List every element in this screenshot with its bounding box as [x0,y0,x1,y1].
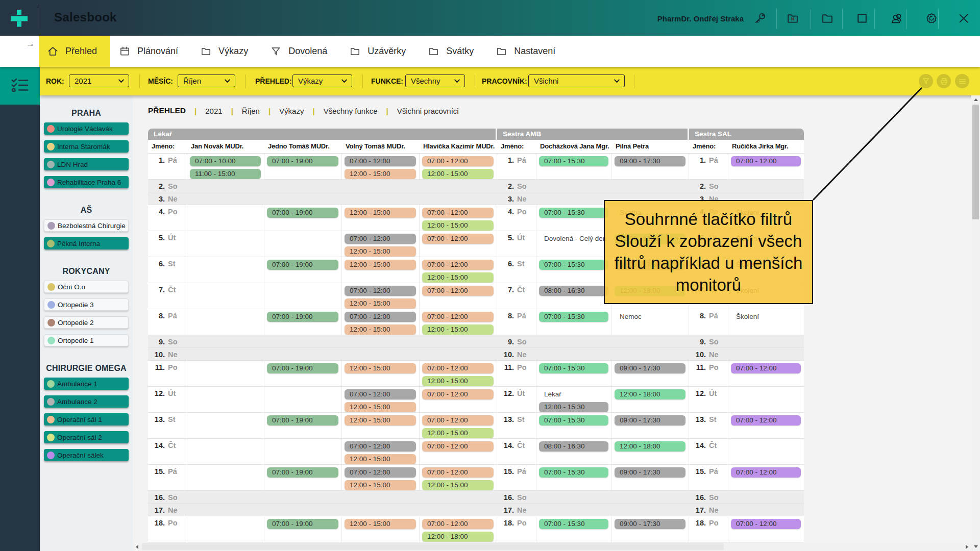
schedule-cell[interactable]: 07:00 - 15:30 [536,361,612,386]
sidebar-expand-arrow-icon[interactable]: → [26,39,35,49]
schedule-cell[interactable] [187,465,264,490]
sidebar-item[interactable]: Interna Staromák [44,140,129,153]
shift-pill[interactable]: 07:00 - 15:30 [539,208,608,218]
scroll-down-arrow-icon[interactable] [971,542,980,551]
vertical-scroll-thumb[interactable] [972,105,979,219]
schedule-cell[interactable] [264,180,342,192]
schedule-cell[interactable]: 07:00 - 12:0012:00 - 15:00 [420,413,497,438]
shift-pill[interactable]: 07:00 - 15:30 [539,519,608,529]
shift-pill[interactable]: 07:00 - 12:00 [731,467,801,478]
shift-pill[interactable]: 12:00 - 15:00 [345,480,416,490]
shift-pill[interactable]: 12:00 - 15:00 [422,220,494,231]
shift-pill[interactable]: 07:00 - 12:00 [345,286,416,296]
schedule-cell[interactable] [728,335,804,347]
shift-pill[interactable]: 12:00 - 18:00 [615,441,685,452]
shift-pill[interactable]: 07:00 - 15:30 [539,363,608,373]
schedule-cell[interactable] [536,348,612,360]
schedule-cell[interactable]: 07:00 - 19:00 [264,257,342,283]
breadcrumb-item[interactable]: Říjen [242,107,260,115]
schedule-cell[interactable] [342,335,420,347]
schedule-cell[interactable] [187,504,264,516]
schedule-cell[interactable] [728,491,804,503]
shift-pill[interactable]: 07:00 - 12:00 [731,415,801,425]
schedule-cell[interactable] [612,180,689,192]
tab-vykazy[interactable]: Výkazy [191,36,261,67]
shift-pill[interactable]: 07:00 - 19:00 [267,156,338,166]
schedule-cell[interactable] [342,180,420,192]
shift-pill[interactable]: 07:00 - 19:00 [267,312,338,322]
schedule-cell[interactable] [187,413,264,438]
shift-pill[interactable]: 11:00 - 15:00 [190,169,261,179]
schedule-cell[interactable]: 12:00 - 15:00 [342,413,420,438]
schedule-cell[interactable] [612,504,689,516]
schedule-cell[interactable]: 07:00 - 12:0012:00 - 15:00 [342,439,420,464]
schedule-cell[interactable] [264,439,342,464]
shift-pill[interactable]: 07:00 - 19:00 [267,208,338,218]
schedule-cell[interactable] [187,335,264,347]
schedule-cell[interactable] [420,348,497,360]
shift-pill[interactable]: 07:00 - 12:00 [345,467,416,478]
shift-pill[interactable]: 07:00 - 12:00 [422,260,494,270]
schedule-cell[interactable] [536,192,612,205]
sidebar-item[interactable]: Operační sálek [44,449,129,461]
horizontal-scrollbar[interactable] [133,542,971,551]
shift-pill[interactable]: 07:00 - 19:00 [267,363,338,373]
schedule-cell[interactable] [264,335,342,347]
schedule-cell[interactable]: 07:00 - 12:00 [728,361,804,386]
schedule-cell[interactable] [342,491,420,503]
schedule-cell[interactable]: 07:00 - 12:00 [728,465,804,490]
scroll-up-arrow-icon[interactable] [971,95,980,104]
shift-pill[interactable]: 07:00 - 12:00 [422,415,494,425]
schedule-cell[interactable] [187,491,264,503]
shift-pill[interactable]: 07:00 - 12:00 [345,156,416,166]
schedule-cell[interactable]: 07:00 - 19:00 [264,205,342,231]
schedule-cell[interactable] [728,348,804,360]
shift-pill[interactable]: 07:00 - 12:00 [422,519,494,529]
schedule-cell[interactable] [187,257,264,283]
shift-pill[interactable]: 07:00 - 12:00 [422,363,494,373]
shift-pill[interactable]: 07:00 - 12:00 [345,312,416,322]
schedule-cell[interactable] [187,361,264,386]
scroll-left-arrow-icon[interactable] [133,542,141,551]
schedule-cell[interactable]: 07:00 - 12:0012:00 - 15:00 [420,309,497,335]
shift-pill[interactable]: 12:00 - 15:00 [345,363,416,373]
schedule-cell[interactable] [187,283,264,309]
schedule-cell[interactable]: 07:00 - 12:00 [728,516,804,542]
key-button[interactable] [753,12,767,25]
breadcrumb-item[interactable]: Všechny funkce [324,107,378,115]
shift-pill[interactable]: 07:00 - 12:00 [731,519,801,529]
schedule-cell[interactable]: 09:00 - 17:30 [612,516,689,542]
schedule-cell[interactable] [420,504,497,516]
shift-pill[interactable]: 12:00 - 15:30 [539,402,608,412]
shift-pill[interactable]: 12:00 - 15:00 [345,519,416,529]
shift-pill[interactable]: 07:00 - 15:30 [539,312,608,322]
filters-summary-button[interactable] [919,74,933,88]
schedule-cell[interactable] [536,180,612,192]
shift-pill[interactable]: 12:00 - 15:00 [422,376,494,386]
schedule-cell[interactable]: 07:00 - 12:00 [728,413,804,438]
sidebar-item[interactable]: Operační sál 1 [44,413,129,425]
schedule-cell[interactable] [187,516,264,542]
tab-planovani[interactable]: Plánování [110,36,191,67]
schedule-cell[interactable] [264,231,342,257]
shift-pill[interactable]: 07:00 - 12:00 [422,389,494,399]
schedule-cell[interactable]: 12:00 - 15:00 [342,361,420,386]
schedule-cell[interactable]: 07:00 - 19:00 [264,154,342,179]
schedule-cell[interactable]: 07:00 - 12:0012:00 - 15:00 [342,465,420,490]
shift-pill[interactable]: 07:00 - 12:00 [731,156,801,166]
schedule-cell[interactable]: 07:00 - 12:0012:00 - 15:00 [342,387,420,412]
tab-dovolena[interactable]: Dovolená [261,36,340,67]
print-button[interactable] [937,74,951,88]
shift-pill[interactable]: 07:00 - 12:00 [422,441,494,452]
schedule-cell[interactable]: 07:00 - 12:0012:00 - 15:00 [420,154,497,179]
schedule-cell[interactable] [187,387,264,412]
schedule-cell[interactable] [264,192,342,205]
shift-pill[interactable]: 07:00 - 19:00 [267,519,338,529]
shift-pill[interactable]: 07:00 - 15:30 [539,467,608,478]
schedule-cell[interactable] [728,387,804,412]
shift-pill[interactable]: 09:00 - 17:30 [615,467,685,478]
schedule-cell[interactable]: Dovolená - Celý den [536,231,612,257]
shift-pill[interactable]: 09:00 - 17:30 [615,519,685,529]
schedule-cell[interactable] [187,180,264,192]
shift-pill[interactable]: 07:00 - 12:00 [731,363,801,373]
